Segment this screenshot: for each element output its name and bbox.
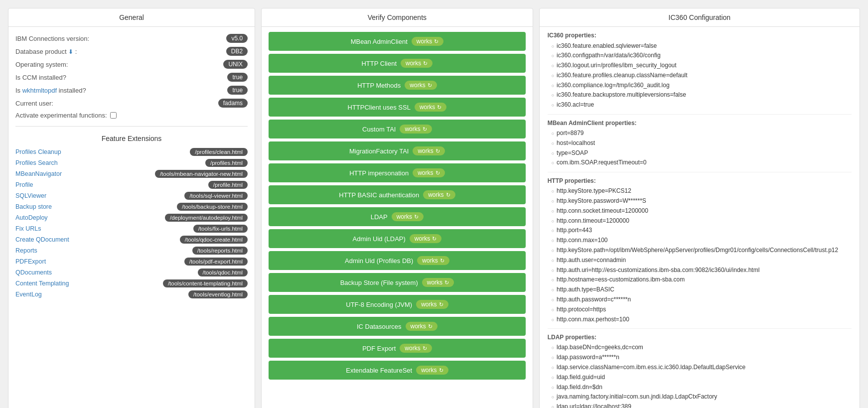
config-item-1-3: com.ibm.SOAP.requestTimeout=0 [552,158,852,168]
feature-path-13: /tools/eventlog.html [188,290,248,298]
config-list-1: port=8879host=localhosttype=SOAPcom.ibm.… [548,129,852,168]
verify-btn-11[interactable]: Backup Store (File system)works↻ [269,273,526,292]
config-item-2-0: http.keyStore.type=PKCS12 [552,186,852,196]
feature-link-9[interactable]: Reports [15,247,37,254]
feature-link-0[interactable]: Profiles Cleanup [15,148,61,155]
general-row-label-0: IBM Connections version: [15,35,89,42]
general-row-badge-0: v5.0 [226,34,248,43]
works-label-8: works [397,213,412,220]
works-badge-11: works↻ [422,278,454,287]
feature-link-5[interactable]: Backup store [15,203,52,210]
refresh-icon-0: ↻ [434,38,438,45]
verify-btn-4[interactable]: Custom TAIworks↻ [269,120,526,138]
config-item-3-4: ldap.field.dn=$dn [552,382,852,392]
verify-btn-14[interactable]: PDF Exportworks↻ [269,339,526,358]
features-title: Feature Extensions [15,132,248,146]
feature-row-13: EventLog/tools/eventlog.html [15,289,248,300]
feature-link-12[interactable]: Content Templating [15,280,69,287]
config-item-0-1: ic360.configpath=/var/data/ic360/config [552,51,852,61]
general-row-0: IBM Connections version:v5.0 [15,32,248,45]
general-row-5: Current user:fadams [15,97,248,110]
refresh-icon-14: ↻ [423,345,427,352]
verify-btn-7[interactable]: HTTP BASIC authenticationworks↻ [269,185,526,204]
feature-row-2: MBeanNavigator/tools/mbean-navigator-new… [15,168,248,179]
general-row-label-4: Is wkhtmltopdf installed? [15,87,86,94]
refresh-icon-7: ↻ [446,192,450,198]
verify-btn-15[interactable]: Extendable FeatureSetworks↻ [269,361,526,380]
config-item-2-7: http.auth.user=connadmin [552,255,852,265]
verify-btn-3[interactable]: HTTPClient uses SSLworks↻ [269,98,526,117]
feature-link-7[interactable]: Fix URLs [15,225,41,232]
config-item-2-3: http.conn.timeout=1200000 [552,216,852,226]
config-item-2-13: http.conn.max.perhost=100 [552,314,852,324]
config-item-0-3: ic360.feature.profiles.cleanup.className… [552,70,852,80]
feature-link-6[interactable]: AutoDeploy [15,214,48,221]
config-item-3-3: ldap.field.guid=uid [552,372,852,382]
verify-btn-5[interactable]: MigrationFactory TAIworks↻ [269,141,526,160]
general-title: General [8,8,255,27]
config-section-title-0: IC360 properties: [548,32,852,39]
refresh-icon-5: ↻ [435,148,440,154]
feature-path-10: /tools/pdf-export.html [184,258,248,266]
config-item-3-1: ldap.password=a******n [552,353,852,363]
feature-row-5: Backup store/tools/backup-store.html [15,201,248,212]
verify-btn-0[interactable]: MBean AdminClientworks↻ [269,32,526,51]
config-item-2-11: http.auth.password=c******n [552,295,852,305]
verify-component-name-10: Admin Uid (Profiles DB) [345,257,413,265]
feature-row-12: Content Templating/tools/content-templat… [15,278,248,289]
verify-body: MBean AdminClientworks↻HTTP Clientworks↻… [262,27,533,385]
config-item-1-0: port=8879 [552,129,852,138]
verify-btn-12[interactable]: UTF-8 Encoding (JVM)works↻ [269,295,526,314]
feature-link-8[interactable]: Create QDocument [15,236,69,243]
feature-link-13[interactable]: EventLog [15,291,42,298]
works-badge-4: works↻ [400,125,432,134]
verify-btn-1[interactable]: HTTP Clientworks↻ [269,54,526,73]
verify-panel: Verify Components MBean AdminClientworks… [261,8,533,408]
feature-path-8: /tools/qdoc-create.html [180,236,248,244]
verify-btn-8[interactable]: LDAPworks↻ [269,207,526,226]
general-body: IBM Connections version:v5.0Database pro… [8,27,255,305]
refresh-icon-1: ↻ [423,60,428,67]
verify-btn-10[interactable]: Admin Uid (Profiles DB)works↻ [269,251,526,270]
feature-row-0: Profiles Cleanup/profiles/clean.html [15,146,248,157]
activate-experimental-checkbox[interactable] [110,112,117,119]
feature-link-10[interactable]: PDFExport [15,258,46,265]
config-section-title-3: LDAP properties: [548,334,852,341]
ic360-panel: IC360 Configuration IC360 properties:ic3… [539,8,860,408]
verify-component-name-13: IC Datasources [357,323,402,330]
refresh-icon-8: ↻ [414,214,419,220]
config-item-2-5: http.conn.max=100 [552,236,852,246]
verify-btn-6[interactable]: HTTP impersonationworks↻ [269,163,526,182]
config-item-0-4: ic360.compliance.log=/tmp/ic360_audit.lo… [552,80,852,90]
feature-path-5: /tools/backup-store.html [177,203,248,211]
works-label-6: works [418,169,433,176]
general-row-4: Is wkhtmltopdf installed?true [15,84,248,97]
general-row-label-3: Is CCM installed? [15,74,66,81]
works-label-12: works [421,301,436,308]
verify-btn-9[interactable]: Admin Uid (LDAP)works↻ [269,229,526,248]
verify-component-name-4: Custom TAI [362,126,396,133]
works-label-11: works [427,279,442,286]
config-item-3-0: ldap.baseDN=dc=geeks,dc=com [552,343,852,353]
activate-experimental-row: Activate experimental functions: [15,110,248,121]
feature-row-8: Create QDocument/tools/qdoc-create.html [15,234,248,245]
activate-experimental-label: Activate experimental functions: [15,112,107,119]
works-label-7: works [428,191,443,198]
feature-link-11[interactable]: QDocuments [15,269,52,276]
feature-link-2[interactable]: MBeanNavigator [15,170,62,177]
feature-link-1[interactable]: Profiles Search [15,159,58,166]
feature-row-6: AutoDeploy/deployment/autodeploy.html [15,212,248,223]
verify-btn-2[interactable]: HTTP Methodsworks↻ [269,76,526,95]
verify-component-name-2: HTTP Methods [357,82,401,89]
feature-row-7: Fix URLs/tools/fix-urls.html [15,223,248,234]
verify-component-name-15: Extendable FeatureSet [346,367,412,374]
works-badge-14: works↻ [400,344,432,353]
feature-link-3[interactable]: Profile [15,181,33,188]
verify-btn-13[interactable]: IC Datasourcesworks↻ [269,317,526,336]
config-item-2-10: http.auth.type=BASIC [552,285,852,295]
wkhtmltopdf-link[interactable]: wkhtmltopdf [22,87,57,94]
general-row-label-2: Operating system: [15,61,68,68]
config-item-3-5: java.naming.factory.initial=com.sun.jndi… [552,392,852,402]
feature-link-4[interactable]: SQLViewer [15,192,46,199]
works-label-1: works [406,60,421,67]
